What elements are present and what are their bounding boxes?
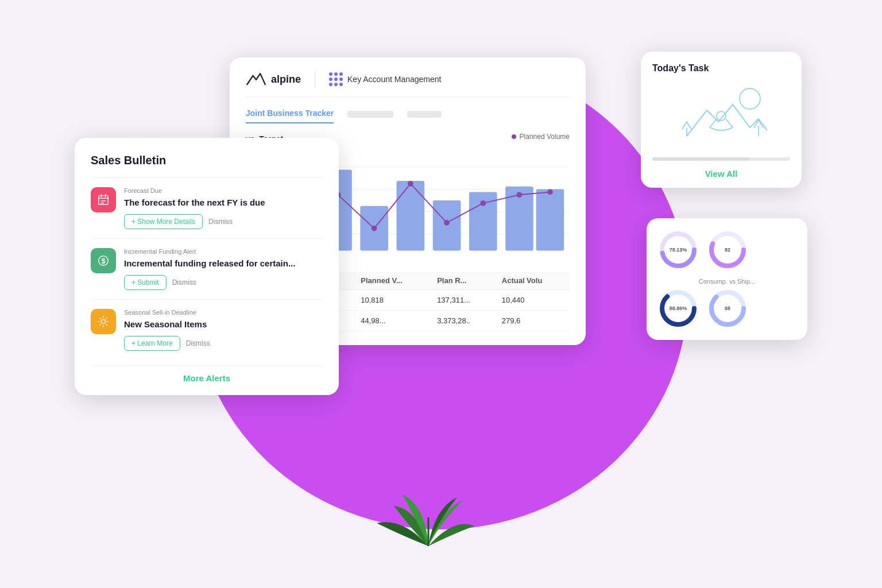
bulletin-tag-1: Forecast Due <box>124 187 323 194</box>
actual-vol-1: 10,440 <box>495 290 570 311</box>
svg-point-34 <box>408 181 413 187</box>
bulletin-content-3: Seasonal Sell-in Deadline New Seasonal I… <box>124 309 323 351</box>
task-progress-fill <box>652 157 749 161</box>
show-more-details-button[interactable]: + Show More Details <box>124 214 203 229</box>
view-all-button[interactable]: View All <box>652 169 790 179</box>
svg-point-38 <box>547 189 553 195</box>
donut-item-2: 82 <box>707 230 748 270</box>
bulletin-icon-forecast <box>91 187 116 212</box>
donut-item-3: 88.86% <box>658 288 698 328</box>
donut-wrapper-2: 82 <box>707 230 748 270</box>
svg-point-33 <box>372 226 377 231</box>
bulletin-content-2: Incremental Funding Alert Incremental fu… <box>124 248 323 290</box>
bulletin-item-2: $ Incremental Funding Alert Incremental … <box>91 238 323 299</box>
planned-v-1: 10,818 <box>354 290 430 311</box>
todays-task-card: Today's Task View All <box>641 52 802 188</box>
bulletin-content-1: Forecast Due The forecast for the next F… <box>124 187 323 229</box>
bulletin-tag-2: Incremental Funding Alert <box>124 248 323 255</box>
svg-point-35 <box>444 220 450 226</box>
col-actual-vol: Actual Volu <box>495 272 570 290</box>
bulletin-icon-funding: $ <box>91 248 116 273</box>
donut-wrapper-4: 88 <box>707 288 748 328</box>
col-plan-r: Plan R... <box>430 272 495 290</box>
donuts-card: 78.13% 82 Consump. vs Ship... <box>647 218 807 340</box>
svg-point-8 <box>101 319 105 323</box>
tracker-tabs: Joint Business Tracker <box>246 109 570 123</box>
submit-button[interactable]: + Submit <box>124 275 167 290</box>
bulletin-icon-seasonal <box>91 309 116 334</box>
task-progress-bar <box>652 157 790 161</box>
actual-vol-2: 279,6 <box>495 311 570 331</box>
dismiss-button-1[interactable]: Dismiss <box>208 218 233 226</box>
svg-line-42 <box>726 119 733 127</box>
svg-line-41 <box>710 119 717 127</box>
sales-bulletin-title: Sales Bulletin <box>91 154 323 167</box>
task-card-title: Today's Task <box>652 63 790 74</box>
svg-text:$: $ <box>101 257 105 265</box>
svg-point-37 <box>517 192 523 198</box>
learn-more-button[interactable]: + Learn More <box>124 336 180 351</box>
planned-v-2: 44,98... <box>354 311 430 331</box>
tab-joint-business-tracker[interactable]: Joint Business Tracker <box>246 109 334 123</box>
svg-rect-29 <box>536 189 564 251</box>
bulletin-title-2: Incremental funding released for certain… <box>124 257 323 269</box>
sales-bulletin-card: Sales Bulletin Forecast Due The forecast… <box>75 138 339 395</box>
donut-item-1: 78.13% <box>658 230 698 270</box>
plant-decoration <box>365 460 492 559</box>
alpine-logo: alpine <box>246 71 301 87</box>
bulletin-actions-1: + Show More Details Dismiss <box>124 214 323 229</box>
bulletin-actions-2: + Submit Dismiss <box>124 275 323 290</box>
svg-line-16 <box>106 318 107 319</box>
bulletin-title-3: New Seasonal Items <box>124 318 323 330</box>
plan-r-2: 3,373,28.. <box>430 311 495 331</box>
header-divider <box>315 71 315 87</box>
bulletin-title-1: The forecast for the next FY is due <box>124 196 323 208</box>
alpine-text: alpine <box>271 74 301 86</box>
task-illustration <box>652 82 790 150</box>
donut-pct-2: 82 <box>725 247 730 253</box>
more-alerts-section[interactable]: More Alerts <box>91 366 323 384</box>
dots-icon <box>329 72 343 86</box>
svg-line-14 <box>106 324 107 326</box>
bulletin-item-3: Seasonal Sell-in Deadline New Seasonal I… <box>91 299 323 360</box>
donuts-top-row: 78.13% 82 <box>658 230 796 270</box>
chart-legend: Planned Volume <box>512 133 570 141</box>
tracker-header: alpine Key Account Management <box>246 71 570 97</box>
col-planned-v: Planned V... <box>354 272 430 290</box>
donut-label-3: Consump. vs Ship... <box>658 278 796 285</box>
svg-point-36 <box>480 200 486 206</box>
donut-wrapper-1: 78.13% <box>658 230 698 270</box>
donut-section-bottom: Consump. vs Ship... 88.86% 88 <box>658 278 796 328</box>
donut-item-4: 88 <box>707 288 748 328</box>
tab-placeholder-1 <box>347 111 393 118</box>
dismiss-button-3[interactable]: Dismiss <box>186 339 210 347</box>
donut-pct-1: 78.13% <box>670 247 687 253</box>
dismiss-button-2[interactable]: Dismiss <box>172 278 196 287</box>
svg-line-15 <box>100 324 101 326</box>
legend-label: Planned Volume <box>520 133 570 141</box>
key-account-label: Key Account Management <box>347 75 441 84</box>
bulletin-actions-3: + Learn More Dismiss <box>124 336 323 351</box>
donut-wrapper-3: 88.86% <box>658 288 698 328</box>
bulletin-tag-3: Seasonal Sell-in Deadline <box>124 309 323 316</box>
svg-point-40 <box>717 111 726 121</box>
key-account-section: Key Account Management <box>329 72 441 86</box>
tab-placeholder-2 <box>407 111 442 118</box>
donut-pct-4: 88 <box>725 305 730 311</box>
bulletin-item-1: Forecast Due The forecast for the next F… <box>91 177 323 238</box>
svg-line-13 <box>100 318 101 319</box>
svg-rect-25 <box>397 181 425 251</box>
donut-pct-3: 88.86% <box>670 305 687 311</box>
plan-r-1: 137,311... <box>430 290 495 311</box>
donuts-bottom-row: 88.86% 88 <box>658 288 796 328</box>
more-alerts-link[interactable]: More Alerts <box>183 373 230 383</box>
svg-point-39 <box>740 88 760 109</box>
